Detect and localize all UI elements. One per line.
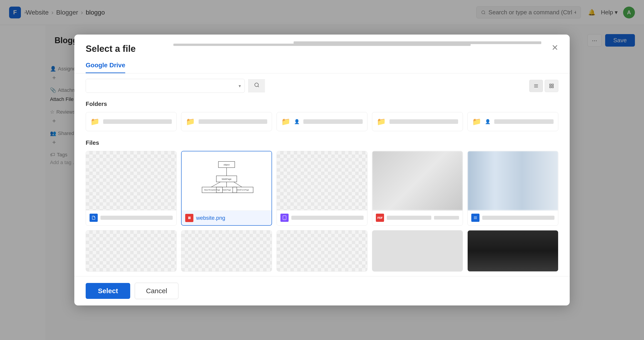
svg-rect-9 bbox=[550, 86, 551, 88]
search-icon bbox=[254, 82, 260, 88]
search-dropdown-arrow[interactable]: ▾ bbox=[235, 83, 244, 89]
file-preview-4 bbox=[372, 151, 463, 210]
file-type-icon-1 bbox=[90, 214, 98, 222]
file-type-icon-5 bbox=[471, 214, 480, 222]
folder-card-5[interactable]: 📁 👤 bbox=[468, 112, 558, 131]
file-type-icon-2: 🖼 bbox=[185, 214, 194, 222]
svg-point-27 bbox=[284, 219, 285, 219]
svg-line-19 bbox=[234, 182, 242, 187]
list-view-button[interactable] bbox=[529, 80, 543, 92]
file-card-4[interactable]: PDF bbox=[372, 151, 463, 226]
file-search-button[interactable] bbox=[248, 79, 265, 92]
file-card-8[interactable] bbox=[276, 230, 368, 272]
view-toggle bbox=[529, 80, 558, 92]
file-card-1[interactable] bbox=[86, 151, 176, 226]
file-preview-1 bbox=[86, 151, 176, 210]
file-info-4: PDF bbox=[372, 210, 463, 225]
file-card-5[interactable] bbox=[468, 151, 558, 226]
folder-shared-icon-3: 📁 bbox=[281, 117, 290, 126]
file-preview-3 bbox=[277, 151, 367, 210]
folder-person-icon-3: 👤 bbox=[294, 119, 300, 124]
file-preview-8 bbox=[277, 230, 367, 271]
file-name-bar-4 bbox=[387, 216, 431, 220]
select-button[interactable]: Select bbox=[86, 283, 130, 299]
file-preview-2: object WebPage BaseTemplatePage StaticPa… bbox=[182, 151, 272, 210]
folder-card-4[interactable]: 📁 bbox=[372, 112, 463, 131]
file-preview-5 bbox=[468, 151, 558, 210]
file-card-7[interactable] bbox=[181, 230, 272, 272]
file-card-3[interactable] bbox=[276, 151, 368, 226]
svg-text:StaticPage: StaticPage bbox=[222, 189, 231, 191]
file-card-9[interactable] bbox=[372, 230, 463, 272]
folder-name-5 bbox=[494, 119, 554, 124]
folder-card-1[interactable]: 📁 bbox=[86, 112, 176, 131]
file-type-icon-3 bbox=[280, 214, 288, 222]
folder-icon-2: 📁 bbox=[186, 117, 195, 126]
file-info-2: 🖼 website.png bbox=[182, 210, 272, 225]
file-name-bar-1 bbox=[100, 216, 173, 220]
folder-name-2 bbox=[198, 119, 267, 124]
folder-icon-1: 📁 bbox=[90, 117, 100, 126]
file-size-bar-4 bbox=[434, 216, 459, 220]
svg-rect-26 bbox=[283, 216, 286, 220]
svg-rect-7 bbox=[550, 84, 551, 85]
files-section-label: Files bbox=[86, 139, 558, 146]
grid-icon bbox=[549, 84, 554, 88]
folder-card-2[interactable]: 📁 bbox=[181, 112, 272, 131]
svg-line-3 bbox=[258, 86, 259, 87]
file-preview-6 bbox=[86, 230, 176, 271]
svg-text:WebFormPage: WebFormPage bbox=[237, 189, 249, 191]
folder-shared-icon-5: 📁 bbox=[472, 117, 481, 126]
file-card-10[interactable] bbox=[468, 230, 558, 272]
svg-rect-10 bbox=[552, 86, 553, 88]
folder-icon-4: 📁 bbox=[377, 117, 386, 126]
folder-card-3[interactable]: 📁 👤 bbox=[276, 112, 368, 131]
svg-text:object: object bbox=[224, 164, 230, 166]
modal-body: Folders 📁 📁 📁 👤 📁 bbox=[74, 98, 570, 276]
file-card-6[interactable] bbox=[86, 230, 176, 272]
phone-icon bbox=[283, 216, 286, 220]
grid-view-button[interactable] bbox=[545, 80, 558, 92]
cancel-button[interactable]: Cancel bbox=[135, 283, 178, 299]
file-name-bar-3 bbox=[291, 216, 364, 220]
modal-toolbar: ▾ bbox=[74, 74, 570, 98]
modal-close-button[interactable]: ✕ bbox=[552, 44, 558, 52]
file-info-1 bbox=[86, 210, 176, 225]
folder-name-1 bbox=[103, 119, 172, 124]
file-preview-9 bbox=[372, 230, 463, 271]
tab-google-drive[interactable]: Google Drive bbox=[86, 58, 125, 73]
folder-person-icon-5: 👤 bbox=[485, 119, 490, 124]
svg-line-17 bbox=[211, 182, 221, 187]
svg-text:WebPage: WebPage bbox=[222, 178, 232, 180]
folders-grid: 📁 📁 📁 👤 📁 📁 👤 bbox=[86, 112, 558, 131]
folders-section-label: Folders bbox=[86, 100, 558, 108]
file-name-bar-5 bbox=[482, 216, 554, 220]
file-preview-10 bbox=[468, 230, 558, 271]
modal-title: Select a file bbox=[86, 44, 136, 54]
file-info-5 bbox=[468, 210, 558, 225]
svg-point-2 bbox=[255, 83, 258, 86]
modal-tabs: Google Drive bbox=[74, 58, 570, 74]
lines-icon bbox=[473, 216, 478, 220]
file-search-bar: ▾ bbox=[86, 79, 245, 93]
doc-icon bbox=[92, 216, 96, 220]
list-icon bbox=[534, 84, 538, 88]
file-type-icon-4: PDF bbox=[376, 214, 384, 222]
file-search-input[interactable] bbox=[86, 79, 235, 92]
diagram-svg: object WebPage BaseTemplatePage StaticPa… bbox=[197, 158, 256, 204]
file-card-2[interactable]: object WebPage BaseTemplatePage StaticPa… bbox=[181, 151, 272, 226]
file-info-3 bbox=[277, 210, 367, 225]
select-file-modal: Select a file ✕ Google Drive ▾ Folders bbox=[74, 34, 570, 306]
svg-text:BaseTemplatePage: BaseTemplatePage bbox=[204, 189, 220, 191]
file-preview-7 bbox=[181, 230, 272, 271]
file-name-2: website.png bbox=[196, 215, 225, 221]
modal-footer: Select Cancel bbox=[74, 276, 570, 306]
svg-rect-8 bbox=[552, 84, 553, 85]
folder-name-3 bbox=[303, 119, 363, 124]
files-grid: object WebPage BaseTemplatePage StaticPa… bbox=[86, 151, 558, 272]
folder-name-4 bbox=[390, 119, 458, 124]
